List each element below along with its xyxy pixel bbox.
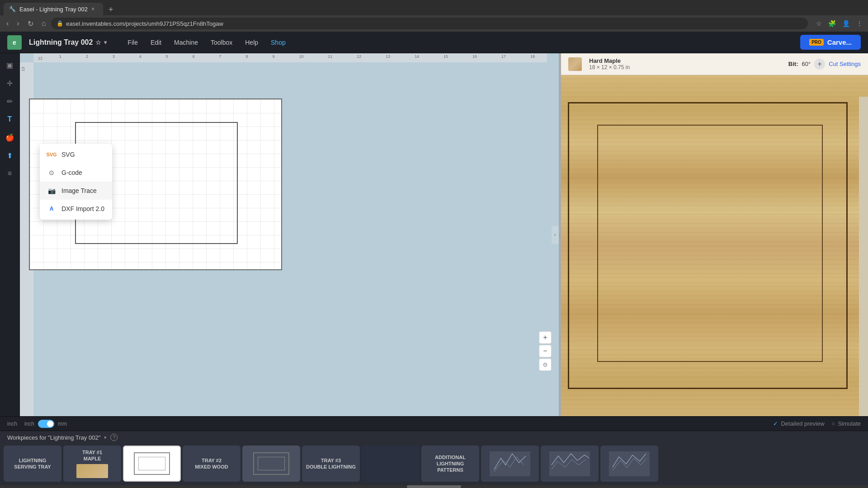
browser-chrome: 🔧 Easel - Lightning Tray 002 × + ‹ › ↻ ⌂…: [0, 0, 868, 32]
ruler-n15: 15: [443, 54, 448, 62]
tab-close-icon[interactable]: ×: [91, 6, 94, 12]
menu-help[interactable]: Help: [239, 35, 264, 50]
address-text: easel.inventables.com/projects/umh9J71PS…: [66, 20, 223, 27]
ruler-n3: 3: [113, 54, 115, 62]
forward-button[interactable]: ›: [14, 18, 22, 29]
resize-dots: ⋮: [558, 233, 561, 237]
zoom-controls: + − ⊙: [539, 331, 552, 371]
wood-swatch: [568, 57, 582, 71]
sidebar-transform-icon[interactable]: ✛: [2, 75, 18, 91]
extensions-button[interactable]: 🧩: [826, 18, 838, 29]
ruler-numbers: 1 2 3 4 5 6 7 8 9 10 11 12 13 14 15 16 1…: [47, 54, 547, 62]
workpiece-item-pattern2[interactable]: [541, 446, 599, 482]
dropdown-item-dxf[interactable]: A DXF Import 2.0: [40, 200, 112, 218]
dropdown-item-svg[interactable]: SVG SVG: [40, 145, 112, 164]
svg-icon: SVG: [47, 150, 56, 159]
image-trace-label: Image Trace: [61, 187, 97, 194]
panel-resize-handle[interactable]: ⋮: [559, 53, 561, 416]
menu-edit[interactable]: Edit: [144, 35, 168, 50]
menu-toolbox[interactable]: Toolbox: [204, 35, 239, 50]
home-button[interactable]: ⌂: [39, 18, 49, 29]
bit-info: Bit: 60° + Cut Settings: [788, 59, 861, 70]
right-preview: Hard Maple 18 × 12 × 0.75 in Bit: 60° + …: [561, 53, 868, 416]
menu-machine[interactable]: Machine: [168, 35, 204, 50]
new-tab-button[interactable]: +: [105, 4, 117, 15]
menu-file[interactable]: File: [121, 35, 144, 50]
chevron-icon[interactable]: ▾: [104, 39, 107, 46]
workpiece-inner-rect1-inner: [138, 457, 165, 470]
browser-tab[interactable]: 🔧 Easel - Lightning Tray 002 ×: [4, 3, 103, 15]
workpieces-info-icon[interactable]: ?: [110, 434, 118, 441]
address-bar[interactable]: 🔒 easel.inventables.com/projects/umh9J71…: [51, 18, 808, 29]
simulate-button[interactable]: ○ Simulate: [832, 420, 861, 427]
profile-button[interactable]: 👤: [840, 18, 852, 29]
browser-toolbar: ‹ › ↻ ⌂ 🔒 easel.inventables.com/projects…: [0, 15, 868, 32]
material-info: Hard Maple 18 × 12 × 0.75 in: [589, 57, 630, 70]
canvas-area: 12 13 1 2 3 4 5 6 7 8 9 10: [20, 53, 561, 416]
cut-settings-button[interactable]: Cut Settings: [829, 61, 861, 67]
workpiece-pattern2-preview: [549, 451, 590, 476]
ruler-n6: 6: [193, 54, 195, 62]
refresh-button[interactable]: ↻: [25, 18, 36, 30]
carved-inner-left: [597, 125, 598, 362]
workpiece-item-pattern1[interactable]: [481, 446, 539, 482]
dropdown-item-gcode[interactable]: ⊙ G-code: [40, 164, 112, 182]
h-scrollbar[interactable]: [0, 485, 868, 488]
ruler-n12: 12: [357, 54, 361, 62]
workpiece-item-blank1[interactable]: [123, 446, 181, 482]
detailed-preview-toggle[interactable]: ✓ Detailed preview: [773, 420, 824, 427]
workpiece-item-tray2[interactable]: TRAY #2MIXED WOOD: [183, 446, 241, 482]
sidebar-import-icon[interactable]: ⬆: [2, 147, 18, 164]
back-button[interactable]: ‹: [4, 18, 11, 29]
browser-tabs: 🔧 Easel - Lightning Tray 002 × +: [0, 0, 868, 15]
mm-label: mm: [58, 421, 67, 427]
workpiece-label-tray3: TRAY #3DOUBLE LIGHTNING: [306, 457, 356, 470]
zoom-in-button[interactable]: +: [539, 331, 552, 344]
workpiece-inner-rect1: [134, 452, 170, 475]
dxf-icon: A: [47, 204, 56, 213]
project-title: Lightning Tray 002: [29, 38, 93, 47]
carved-outer-top: [568, 102, 848, 103]
check-icon: ✓: [773, 420, 778, 427]
carved-inner-right: [822, 125, 823, 362]
toggle-knob: [47, 421, 53, 427]
workpiece-item-tray3[interactable]: TRAY #3DOUBLE LIGHTNING: [302, 446, 360, 482]
workpiece-item-serving-tray[interactable]: LIGHTNINGSERVING TRAY: [4, 446, 61, 482]
workpieces-bar: Workpieces for "Lightning Tray 002" ▾ ? …: [0, 431, 868, 485]
wood-bg: [561, 75, 868, 416]
bit-add-button[interactable]: +: [814, 59, 825, 70]
bookmark-button[interactable]: ☆: [814, 18, 824, 29]
settings-button[interactable]: ⋮: [854, 18, 864, 29]
app-title: Lightning Tray 002 ☆ ▾: [29, 38, 107, 47]
zoom-reset-button[interactable]: ⊙: [539, 358, 552, 371]
bit-label: Bit:: [788, 61, 798, 67]
gcode-label: G-code: [61, 169, 82, 176]
workpieces-scroll[interactable]: LIGHTNINGSERVING TRAY TRAY #1MAPLE TRAY …: [0, 444, 868, 485]
carve-label: Carve...: [827, 38, 852, 46]
workpiece-item-pattern3[interactable]: [600, 446, 658, 482]
workpieces-chevron[interactable]: ▾: [104, 435, 107, 441]
workpiece-item-blank3[interactable]: [362, 446, 420, 482]
workpiece-item-additional[interactable]: ADDITIONALLIGHTNINGPATTERNS: [421, 446, 479, 482]
workpieces-header: Workpieces for "Lightning Tray 002" ▾ ?: [0, 431, 868, 444]
unit-toggle-switch[interactable]: [38, 420, 54, 428]
status-bar: inch inch mm ✓ Detailed preview ○ Simula…: [0, 416, 868, 431]
sidebar-draw-icon[interactable]: ✏: [2, 93, 18, 109]
detailed-preview-label: Detailed preview: [781, 420, 824, 427]
preview-header: Hard Maple 18 × 12 × 0.75 in Bit: 60° + …: [561, 53, 868, 75]
workpiece-item-blank2[interactable]: [242, 446, 300, 482]
ruler-n18: 18: [530, 54, 535, 62]
workpiece-item-tray1[interactable]: TRAY #1MAPLE: [63, 446, 121, 482]
sidebar-shapes-icon[interactable]: ▣: [2, 57, 18, 73]
dropdown-item-image-trace[interactable]: 📷 Image Trace: [40, 182, 112, 200]
sidebar-text-icon[interactable]: T: [2, 111, 18, 127]
menu-shop[interactable]: Shop: [264, 35, 292, 50]
ruler-n2: 2: [86, 54, 88, 62]
app-container: e Lightning Tray 002 ☆ ▾ File Edit Machi…: [0, 32, 868, 488]
sidebar-apps-icon[interactable]: 🍎: [2, 129, 18, 145]
main-area: ▣ ✛ ✏ T 🍎 ⬆ ≡ 12 13 1: [0, 53, 868, 416]
carve-button[interactable]: PRO Carve...: [800, 35, 861, 50]
zoom-out-button[interactable]: −: [539, 345, 552, 357]
star-icon[interactable]: ☆: [95, 39, 101, 46]
sidebar-more-icon[interactable]: ≡: [2, 165, 18, 182]
